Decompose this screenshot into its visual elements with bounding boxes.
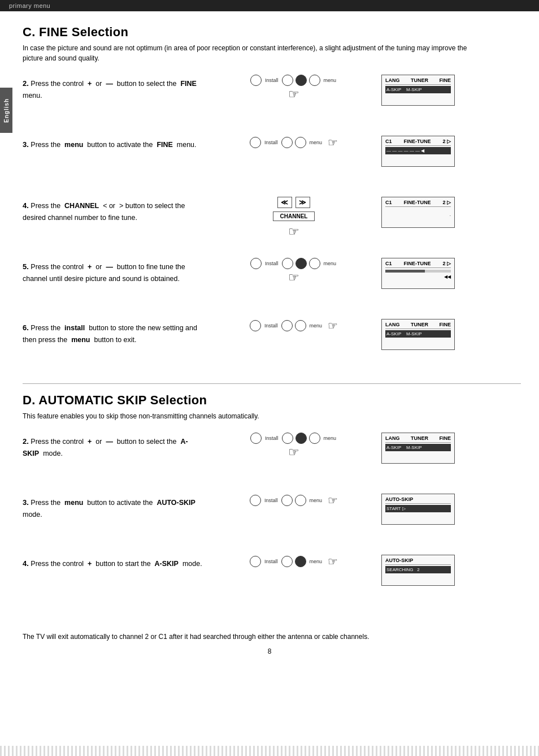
step-c2-screen: LANG TUNER FINE A-SKIP M-SKIP bbox=[373, 75, 463, 106]
step-c5-screen: C1 FINE-TUNE 2 ▷ ◀◀ bbox=[373, 258, 463, 289]
step-c2-num: 2. bbox=[23, 79, 29, 88]
step-d2: 2. Press the control + or — button to se… bbox=[23, 433, 521, 483]
step-c5-visual: Install menu ☞ bbox=[215, 258, 373, 285]
step-d4-hand: ☞ bbox=[328, 555, 338, 568]
channel-prev[interactable]: ≪ bbox=[277, 197, 292, 208]
sidebar-label: English bbox=[3, 98, 10, 122]
step-c5-text: 5. Press the control + or — button to fi… bbox=[23, 258, 215, 284]
btn-back-d3 bbox=[281, 495, 293, 506]
btn-back-d2 bbox=[282, 433, 293, 444]
step-c5-hand: ☞ bbox=[288, 270, 299, 285]
btn-fwd-d2 bbox=[309, 433, 320, 444]
step-c3-num: 3. bbox=[23, 140, 29, 149]
section-divider bbox=[23, 383, 521, 384]
step-d2-text: 2. Press the control + or — button to se… bbox=[23, 433, 215, 459]
btn-back-c6 bbox=[281, 320, 293, 331]
page-wrapper: primary menu English C. FINE Selection I… bbox=[0, 0, 539, 756]
page-number: 8 bbox=[0, 647, 539, 655]
tv-screen-d2: LANG TUNER FINE A-SKIP M-SKIP bbox=[381, 433, 455, 464]
tv-screen-d3: AUTO-SKIP START ▷ bbox=[381, 494, 455, 525]
tv-screen-c2: LANG TUNER FINE A-SKIP M-SKIP bbox=[381, 75, 455, 106]
step-c6: 6. Press the install button to store the… bbox=[23, 319, 521, 370]
main-content: C. FINE Selection In case the picture an… bbox=[0, 11, 539, 629]
sidebar-tab: English bbox=[0, 88, 12, 133]
btn-back-d4 bbox=[281, 556, 293, 567]
btn-install-c6 bbox=[250, 320, 261, 331]
step-c2-remote: Install menu bbox=[250, 75, 337, 86]
step-c6-screen: LANG TUNER FINE A-SKIP M-SKIP bbox=[373, 319, 463, 350]
step-d3-text: 3. Press the menu button to activate the… bbox=[23, 494, 215, 520]
step-c2-text: 2. Press the control + or — button to se… bbox=[23, 75, 215, 101]
tv-screen-c3: C1 FINE-TUNE 2 ▷ — — — — — — ◀ bbox=[381, 136, 455, 167]
tv-screen-c6: LANG TUNER FINE A-SKIP M-SKIP bbox=[381, 319, 455, 350]
btn-fwd bbox=[309, 75, 320, 86]
tv-screen-c5: C1 FINE-TUNE 2 ▷ ◀◀ bbox=[381, 258, 455, 289]
step-d3-num: 3. bbox=[23, 498, 29, 507]
step-c4-text: 4. Press the CHANNEL < or > button to se… bbox=[23, 197, 215, 223]
step-c6-remote: Install menu ☞ bbox=[250, 319, 338, 332]
bottom-decoration bbox=[0, 746, 539, 756]
step-c2-hand: ☞ bbox=[288, 87, 299, 102]
btn-install-c3 bbox=[250, 137, 261, 148]
step-d3-visual: Install menu ☞ bbox=[215, 494, 373, 507]
step-c6-text: 6. Press the install button to store the… bbox=[23, 319, 215, 345]
step-d4-num: 4. bbox=[23, 559, 29, 568]
step-c3: 3. Press the menu button to activate the… bbox=[23, 136, 521, 187]
step-c5-remote: Install menu bbox=[250, 258, 337, 269]
step-c4-hand: ☞ bbox=[288, 224, 299, 239]
btn-install-d4 bbox=[250, 556, 261, 567]
btn-fwd-c3 bbox=[295, 137, 306, 148]
section-d-desc: This feature enables you to skip those n… bbox=[23, 411, 486, 421]
step-c5-num: 5. bbox=[23, 262, 29, 271]
step-c4-num: 4. bbox=[23, 201, 29, 210]
section-c: C. FINE Selection In case the picture an… bbox=[23, 25, 521, 370]
step-d2-hand: ☞ bbox=[288, 445, 299, 460]
channel-label: CHANNEL bbox=[273, 211, 315, 221]
header-bar: primary menu bbox=[0, 0, 539, 11]
step-c4-visual: ≪ ≫ CHANNEL ☞ bbox=[215, 197, 373, 239]
tv-screen-c4: C1 FINE-TUNE 2 ▷ . bbox=[381, 197, 455, 228]
step-d4-remote: Install menu ☞ bbox=[250, 555, 338, 568]
step-c3-hand: ☞ bbox=[328, 136, 338, 149]
step-d3: 3. Press the menu button to activate the… bbox=[23, 494, 521, 545]
header-label: primary menu bbox=[9, 2, 50, 9]
btn-install bbox=[250, 75, 262, 86]
footer-note: The TV will exit automatically to channe… bbox=[0, 632, 539, 642]
tv-screen-d4: AUTO-SKIP SEARCHING 2 bbox=[381, 555, 455, 586]
step-c3-visual: Install menu ☞ bbox=[215, 136, 373, 149]
step-c6-hand: ☞ bbox=[328, 319, 338, 332]
btn-back-c3 bbox=[281, 137, 293, 148]
btn-fwd-d3 bbox=[295, 495, 306, 506]
step-c6-visual: Install menu ☞ bbox=[215, 319, 373, 332]
channel-next[interactable]: ≫ bbox=[295, 197, 310, 208]
btn-center bbox=[295, 75, 307, 86]
step-c3-text: 3. Press the menu button to activate the… bbox=[23, 136, 215, 151]
step-d3-screen: AUTO-SKIP START ▷ bbox=[373, 494, 463, 525]
btn-back bbox=[282, 75, 293, 86]
step-d2-num: 2. bbox=[23, 437, 29, 446]
btn-center-d2 bbox=[295, 433, 307, 444]
btn-install-c5 bbox=[250, 258, 262, 269]
step-d3-hand: ☞ bbox=[328, 494, 338, 507]
btn-back-c5 bbox=[282, 258, 293, 269]
btn-center-c5 bbox=[295, 258, 307, 269]
step-d4-visual: Install menu ☞ bbox=[215, 555, 373, 568]
step-d2-visual: Install menu ☞ bbox=[215, 433, 373, 460]
section-c-desc: In case the picture and sound are not op… bbox=[23, 43, 486, 63]
section-c-title: C. FINE Selection bbox=[23, 25, 521, 40]
step-c3-remote: Install menu ☞ bbox=[250, 136, 338, 149]
step-c5: 5. Press the control + or — button to fi… bbox=[23, 258, 521, 309]
btn-center-d4 bbox=[295, 556, 306, 567]
btn-install-d2 bbox=[250, 433, 262, 444]
btn-fwd-c6 bbox=[295, 320, 306, 331]
step-c3-screen: C1 FINE-TUNE 2 ▷ — — — — — — ◀ bbox=[373, 136, 463, 167]
section-d-title: D. AUTOMATIC SKIP Selection bbox=[23, 393, 521, 408]
step-d4-screen: AUTO-SKIP SEARCHING 2 bbox=[373, 555, 463, 586]
step-c4: 4. Press the CHANNEL < or > button to se… bbox=[23, 197, 521, 248]
step-c4-screen: C1 FINE-TUNE 2 ▷ . bbox=[373, 197, 463, 228]
fine-tune-bar bbox=[385, 270, 451, 273]
step-c2-visual: Install menu ☞ bbox=[215, 75, 373, 102]
step-d2-remote: Install menu bbox=[250, 433, 337, 444]
btn-fwd-c5 bbox=[309, 258, 320, 269]
step-c6-num: 6. bbox=[23, 323, 29, 332]
